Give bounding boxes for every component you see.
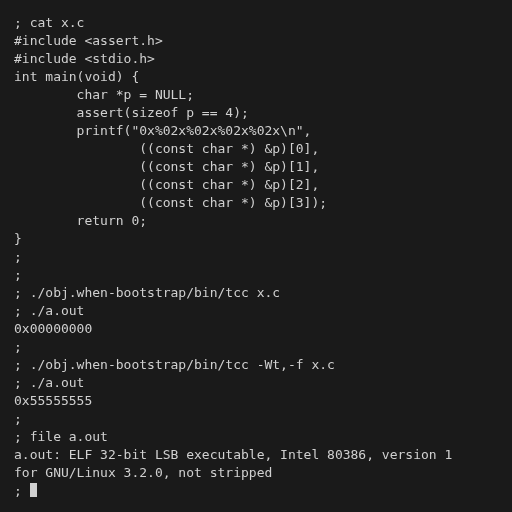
terminal-line: }: [14, 231, 22, 246]
terminal-line: ; ./a.out: [14, 375, 84, 390]
terminal-output[interactable]: ; cat x.c #include <assert.h> #include <…: [0, 0, 512, 512]
terminal-line: ; cat x.c: [14, 15, 84, 30]
terminal-line: printf("0x%02x%02x%02x%02x\n",: [14, 123, 311, 138]
terminal-line: a.out: ELF 32-bit LSB executable, Intel …: [14, 447, 452, 462]
terminal-line: char *p = NULL;: [14, 87, 194, 102]
terminal-line: #include <stdio.h>: [14, 51, 155, 66]
terminal-line: ((const char *) &p)[3]);: [14, 195, 327, 210]
terminal-line: ((const char *) &p)[0],: [14, 141, 319, 156]
terminal-line: ((const char *) &p)[1],: [14, 159, 319, 174]
terminal-line: for GNU/Linux 3.2.0, not stripped: [14, 465, 272, 480]
terminal-line: ((const char *) &p)[2],: [14, 177, 319, 192]
terminal-prompt: ;: [14, 483, 30, 498]
terminal-line: ;: [14, 249, 22, 264]
cursor-icon: [30, 483, 37, 497]
terminal-line: int main(void) {: [14, 69, 139, 84]
terminal-line: ;: [14, 411, 22, 426]
terminal-line: return 0;: [14, 213, 147, 228]
terminal-line: ; file a.out: [14, 429, 108, 444]
terminal-line: ;: [14, 267, 22, 282]
terminal-line: 0x00000000: [14, 321, 92, 336]
terminal-line: ; ./a.out: [14, 303, 84, 318]
terminal-line: ; ./obj.when-bootstrap/bin/tcc -Wt,-f x.…: [14, 357, 335, 372]
terminal-line: ; ./obj.when-bootstrap/bin/tcc x.c: [14, 285, 280, 300]
terminal-line: assert(sizeof p == 4);: [14, 105, 249, 120]
terminal-line: 0x55555555: [14, 393, 92, 408]
terminal-line: ;: [14, 339, 22, 354]
terminal-line: #include <assert.h>: [14, 33, 163, 48]
